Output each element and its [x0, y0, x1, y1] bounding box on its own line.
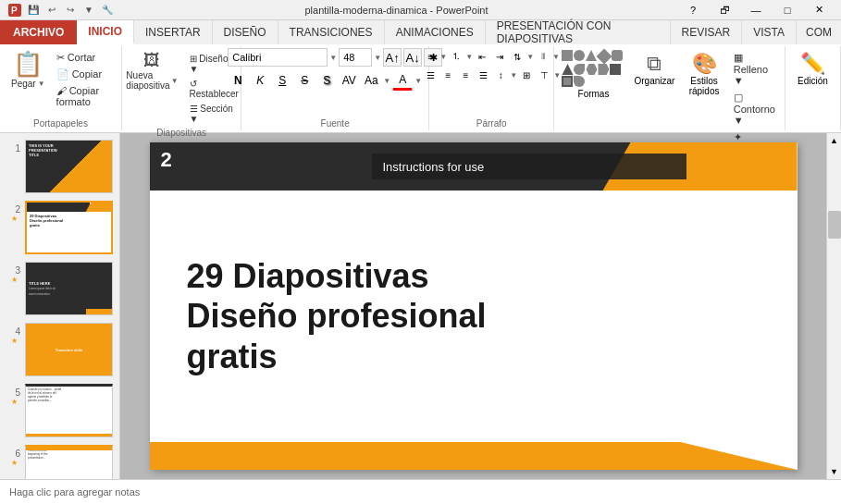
smart-art-button[interactable]: ⊞	[518, 67, 535, 83]
font-row2: N K S S S AV Aa ▼ A ▼	[228, 70, 442, 91]
customize-icon[interactable]: ▼	[81, 3, 96, 18]
font-color-dropdown[interactable]: ▼	[414, 77, 422, 85]
align-left-button[interactable]: ☰	[422, 67, 439, 83]
font-size-dropdown[interactable]: ▼	[374, 54, 381, 62]
shape-q	[574, 76, 585, 87]
slide-3-star: ★	[11, 276, 18, 284]
quick-save-icon[interactable]: 💾	[26, 3, 41, 18]
numbered-dropdown[interactable]: ▼	[465, 53, 473, 61]
text-align-button[interactable]: ⊤	[536, 67, 552, 83]
slide-thumb-6[interactable]: 6 ★ This is from thebeginning of thepres…	[5, 443, 115, 479]
slide-1-thumbnail[interactable]: THIS IS YOURPRESENTATIONTITLE	[25, 140, 113, 193]
slide-thumb-4[interactable]: 4 ★ Transition slide	[5, 321, 115, 378]
bold-button[interactable]: N	[228, 70, 248, 91]
justify-button[interactable]: ☰	[475, 67, 491, 83]
slide-panel[interactable]: 1 THIS IS YOURPRESENTATIONTITLE 2 ★ 29 D…	[0, 133, 120, 479]
slide-canvas[interactable]: Instructions for use 2 29 Diapositivas D…	[150, 142, 798, 470]
slide-instruction-bar: Instructions for use	[372, 154, 686, 179]
help-button[interactable]: ?	[678, 0, 708, 20]
close-button[interactable]: ✕	[804, 0, 834, 20]
text-direction-button[interactable]: ⇅	[509, 48, 526, 65]
paste-button[interactable]: 📋 Pegar ▼	[6, 48, 51, 91]
scroll-thumb[interactable]	[828, 211, 841, 239]
scroll-down-button[interactable]: ▼	[827, 464, 841, 479]
fuente-section: ▼ ▼ A↑ A↓ ✱ N K S S S AV Aa ▼ A ▼ Fuente	[241, 46, 429, 130]
tab-insertar[interactable]: INSERTAR	[134, 20, 213, 44]
slide-thumb-5[interactable]: 5 ★ Cuando un usuario... portalde la red…	[5, 382, 115, 439]
italic-button[interactable]: K	[250, 70, 270, 91]
maximize-button[interactable]: □	[773, 0, 802, 20]
tab-vista[interactable]: VISTA	[742, 20, 797, 44]
right-scrollbar[interactable]: ▲ ▼	[826, 133, 841, 479]
fill-button[interactable]: ▦ Relleno ▼	[730, 50, 779, 88]
shapes-grid	[560, 48, 626, 89]
shape-blob	[574, 64, 585, 75]
undo-icon[interactable]: ↩	[44, 3, 59, 18]
char-spacing-button[interactable]: AV	[339, 70, 359, 91]
bullet-dropdown[interactable]: ▼	[439, 53, 447, 61]
nueva-diapositiva-button[interactable]: 🖼 Nuevadiapositiva ▼	[120, 48, 183, 93]
minimize-button[interactable]: —	[741, 0, 771, 20]
align-center-button[interactable]: ≡	[439, 67, 456, 83]
format-painter-button[interactable]: 🖌 Copiar formato	[53, 83, 116, 109]
shadow-button[interactable]: S	[316, 70, 337, 91]
estilos-button[interactable]: 🎨 Estilos rápidos	[682, 48, 725, 100]
organizar-button[interactable]: ⧉ Organizar	[630, 48, 678, 90]
restore-button[interactable]: 🗗	[710, 0, 739, 20]
indent-increase-button[interactable]: ⇥	[491, 48, 508, 65]
font-increase-button[interactable]: A↑	[383, 48, 402, 67]
font-name-input[interactable]	[228, 48, 328, 67]
tab-com[interactable]: COM	[797, 20, 841, 44]
tab-animaciones[interactable]: ANIMACIONES	[385, 20, 486, 44]
align-row: ☰ ≡ ≡ ☰ ↕ ▼ ⊞ ⊤ ▼	[422, 67, 561, 83]
toolbar-icon[interactable]: 🔧	[100, 3, 115, 18]
shape-arrow	[598, 64, 609, 75]
tab-revisar[interactable]: REVISAR	[671, 20, 743, 44]
cut-button[interactable]: ✂ Cortar	[53, 50, 116, 66]
slide-thumb-3[interactable]: 3 ★ TITLE HERELorem ipsum dolor sitamet …	[5, 260, 115, 317]
slide-2-star: ★	[11, 215, 18, 223]
slide-4-number: 4	[7, 323, 20, 337]
slide-6-num-col: 6 ★	[6, 445, 21, 467]
strikethrough-button[interactable]: S	[294, 70, 315, 91]
numbered-list-button[interactable]: ⒈	[448, 48, 464, 65]
slide-5-thumbnail[interactable]: Cuando un usuario... portalde la red al …	[25, 384, 113, 437]
font-decrease-button[interactable]: A↓	[403, 48, 422, 67]
align-right-button[interactable]: ≡	[457, 67, 474, 83]
font-color-button[interactable]: A	[392, 70, 413, 91]
slide-thumb-1[interactable]: 1 THIS IS YOURPRESENTATIONTITLE	[5, 138, 115, 195]
edicion-button[interactable]: ✏️ Edición	[794, 48, 832, 90]
line-spacing-dropdown[interactable]: ▼	[510, 71, 517, 80]
copy-button[interactable]: 📄 Copiar	[53, 67, 116, 82]
notes-placeholder: Haga clic para agregar notas	[9, 486, 140, 498]
direction-dropdown[interactable]: ▼	[526, 53, 534, 61]
portapapeles-section: 📋 Pegar ▼ ✂ Cortar 📄 Copiar 🖌 Copiar for…	[0, 46, 122, 130]
tab-presentacion[interactable]: PRESENTACIÓN CON DIAPOSITIVAS	[486, 20, 671, 44]
tab-diseno[interactable]: DISEÑO	[213, 20, 278, 44]
outline-button[interactable]: ▢ Contorno ▼	[730, 90, 779, 128]
slide-2-thumbnail[interactable]: 29 DiapositivasDiseño profesionalgratis	[25, 201, 113, 254]
bullet-list-button[interactable]: ≡	[422, 48, 439, 65]
formas-button[interactable]: Formas	[560, 48, 626, 99]
case-dropdown[interactable]: ▼	[383, 77, 390, 85]
slide-3-thumbnail[interactable]: TITLE HERELorem ipsum dolor sitamet cons…	[25, 262, 113, 315]
slide-thumb-2[interactable]: 2 ★ 29 DiapositivasDiseño profesionalgra…	[5, 199, 115, 256]
redo-icon[interactable]: ↪	[63, 3, 78, 18]
case-button[interactable]: Aa	[361, 70, 381, 91]
underline-button[interactable]: S	[272, 70, 292, 91]
slide-2-num-col: 2 ★	[6, 201, 21, 223]
notes-bar[interactable]: Haga clic para agregar notas	[0, 479, 841, 504]
archivo-menu[interactable]: ARCHIVO	[0, 20, 77, 44]
indent-decrease-button[interactable]: ⇤	[474, 48, 490, 65]
tab-inicio[interactable]: INICIO	[77, 20, 134, 44]
slide-6-thumbnail[interactable]: This is from thebeginning of thepresenta…	[25, 445, 113, 479]
slide-4-thumbnail[interactable]: Transition slide	[25, 323, 113, 376]
scroll-up-button[interactable]: ▲	[827, 133, 841, 148]
line-spacing-button[interactable]: ↕	[492, 67, 509, 83]
slide-canvas-area: Instructions for use 2 29 Diapositivas D…	[120, 133, 826, 479]
font-name-dropdown[interactable]: ▼	[329, 54, 337, 62]
slide-title-line2: Diseño profesional	[187, 297, 487, 335]
tab-transiciones[interactable]: TRANSICIONES	[278, 20, 385, 44]
columns-button[interactable]: ⫴	[535, 48, 551, 65]
font-size-input[interactable]	[339, 48, 372, 67]
